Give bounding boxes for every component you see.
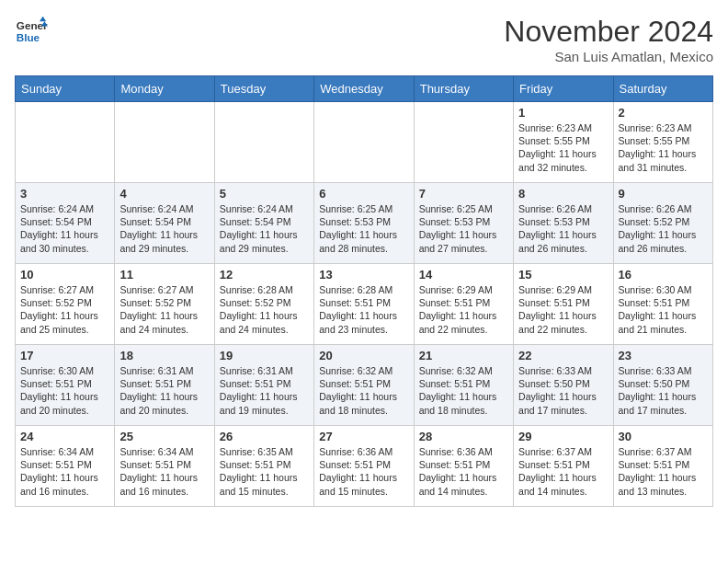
calendar-cell: 20Sunrise: 6:32 AM Sunset: 5:51 PM Dayli… bbox=[314, 345, 414, 426]
day-info: Sunrise: 6:36 AM Sunset: 5:51 PM Dayligh… bbox=[419, 445, 508, 498]
calendar-cell: 11Sunrise: 6:27 AM Sunset: 5:52 PM Dayli… bbox=[115, 264, 214, 345]
calendar-cell bbox=[16, 102, 115, 183]
day-info: Sunrise: 6:36 AM Sunset: 5:51 PM Dayligh… bbox=[319, 445, 408, 498]
day-number: 23 bbox=[619, 349, 708, 362]
calendar-cell: 25Sunrise: 6:34 AM Sunset: 5:51 PM Dayli… bbox=[115, 426, 214, 507]
logo: General Blue bbox=[15, 15, 51, 48]
calendar-cell: 29Sunrise: 6:37 AM Sunset: 5:51 PM Dayli… bbox=[514, 426, 613, 507]
day-info: Sunrise: 6:24 AM Sunset: 5:54 PM Dayligh… bbox=[220, 202, 309, 255]
day-number: 16 bbox=[619, 268, 708, 282]
location: San Luis Amatlan, Mexico bbox=[504, 49, 713, 64]
day-info: Sunrise: 6:32 AM Sunset: 5:51 PM Dayligh… bbox=[419, 364, 508, 417]
page-header: General Blue November 2024 San Luis Amat… bbox=[15, 15, 713, 64]
day-info: Sunrise: 6:31 AM Sunset: 5:51 PM Dayligh… bbox=[119, 364, 209, 417]
calendar-cell: 22Sunrise: 6:33 AM Sunset: 5:50 PM Dayli… bbox=[514, 345, 613, 426]
day-info: Sunrise: 6:29 AM Sunset: 5:51 PM Dayligh… bbox=[518, 283, 608, 336]
calendar-cell: 26Sunrise: 6:35 AM Sunset: 5:51 PM Dayli… bbox=[214, 426, 313, 507]
day-info: Sunrise: 6:26 AM Sunset: 5:52 PM Dayligh… bbox=[619, 202, 708, 255]
day-info: Sunrise: 6:34 AM Sunset: 5:51 PM Dayligh… bbox=[119, 445, 209, 498]
day-number: 8 bbox=[518, 187, 608, 201]
calendar-cell: 28Sunrise: 6:36 AM Sunset: 5:51 PM Dayli… bbox=[414, 426, 513, 507]
day-info: Sunrise: 6:24 AM Sunset: 5:54 PM Dayligh… bbox=[119, 202, 209, 255]
day-number: 3 bbox=[20, 187, 109, 201]
day-number: 9 bbox=[619, 187, 708, 201]
day-number: 11 bbox=[119, 268, 209, 282]
day-number: 27 bbox=[319, 430, 408, 443]
logo-icon: General Blue bbox=[15, 15, 48, 48]
day-info: Sunrise: 6:26 AM Sunset: 5:53 PM Dayligh… bbox=[518, 202, 608, 255]
calendar-cell: 8Sunrise: 6:26 AM Sunset: 5:53 PM Daylig… bbox=[514, 183, 613, 264]
day-number: 12 bbox=[220, 268, 309, 282]
calendar-cell: 17Sunrise: 6:30 AM Sunset: 5:51 PM Dayli… bbox=[16, 345, 115, 426]
day-info: Sunrise: 6:28 AM Sunset: 5:52 PM Dayligh… bbox=[220, 283, 309, 336]
day-number: 28 bbox=[419, 430, 508, 443]
calendar-table: SundayMondayTuesdayWednesdayThursdayFrid… bbox=[15, 75, 713, 507]
day-info: Sunrise: 6:30 AM Sunset: 5:51 PM Dayligh… bbox=[20, 364, 109, 417]
calendar-cell: 2Sunrise: 6:23 AM Sunset: 5:55 PM Daylig… bbox=[613, 102, 712, 183]
day-number: 4 bbox=[119, 187, 209, 201]
day-number: 14 bbox=[419, 268, 508, 282]
calendar-cell bbox=[414, 102, 513, 183]
calendar-cell: 23Sunrise: 6:33 AM Sunset: 5:50 PM Dayli… bbox=[613, 345, 712, 426]
day-info: Sunrise: 6:23 AM Sunset: 5:55 PM Dayligh… bbox=[619, 121, 708, 174]
calendar-cell: 9Sunrise: 6:26 AM Sunset: 5:52 PM Daylig… bbox=[613, 183, 712, 264]
day-info: Sunrise: 6:28 AM Sunset: 5:51 PM Dayligh… bbox=[319, 283, 408, 336]
calendar-cell: 4Sunrise: 6:24 AM Sunset: 5:54 PM Daylig… bbox=[115, 183, 214, 264]
calendar-cell bbox=[314, 102, 414, 183]
day-info: Sunrise: 6:29 AM Sunset: 5:51 PM Dayligh… bbox=[419, 283, 508, 336]
month-title: November 2024 bbox=[504, 15, 713, 49]
day-number: 6 bbox=[319, 187, 408, 201]
day-number: 5 bbox=[220, 187, 309, 201]
day-info: Sunrise: 6:27 AM Sunset: 5:52 PM Dayligh… bbox=[119, 283, 209, 336]
day-info: Sunrise: 6:37 AM Sunset: 5:51 PM Dayligh… bbox=[619, 445, 708, 498]
day-number: 2 bbox=[619, 106, 708, 120]
day-info: Sunrise: 6:24 AM Sunset: 5:54 PM Dayligh… bbox=[20, 202, 109, 255]
calendar-cell: 19Sunrise: 6:31 AM Sunset: 5:51 PM Dayli… bbox=[214, 345, 313, 426]
day-info: Sunrise: 6:27 AM Sunset: 5:52 PM Dayligh… bbox=[20, 283, 109, 336]
day-info: Sunrise: 6:33 AM Sunset: 5:50 PM Dayligh… bbox=[619, 364, 708, 417]
day-number: 17 bbox=[20, 349, 109, 362]
day-number: 20 bbox=[319, 349, 408, 362]
day-number: 29 bbox=[518, 430, 608, 443]
week-row-3: 10Sunrise: 6:27 AM Sunset: 5:52 PM Dayli… bbox=[16, 264, 713, 345]
calendar-cell: 12Sunrise: 6:28 AM Sunset: 5:52 PM Dayli… bbox=[214, 264, 313, 345]
day-info: Sunrise: 6:31 AM Sunset: 5:51 PM Dayligh… bbox=[220, 364, 309, 417]
day-number: 25 bbox=[119, 430, 209, 443]
day-info: Sunrise: 6:35 AM Sunset: 5:51 PM Dayligh… bbox=[220, 445, 309, 498]
weekday-header-saturday: Saturday bbox=[613, 76, 712, 102]
calendar-cell: 21Sunrise: 6:32 AM Sunset: 5:51 PM Dayli… bbox=[414, 345, 513, 426]
day-number: 10 bbox=[20, 268, 109, 282]
day-number: 13 bbox=[319, 268, 408, 282]
calendar-cell: 18Sunrise: 6:31 AM Sunset: 5:51 PM Dayli… bbox=[115, 345, 214, 426]
day-info: Sunrise: 6:25 AM Sunset: 5:53 PM Dayligh… bbox=[419, 202, 508, 255]
calendar-cell: 16Sunrise: 6:30 AM Sunset: 5:51 PM Dayli… bbox=[613, 264, 712, 345]
calendar-cell: 7Sunrise: 6:25 AM Sunset: 5:53 PM Daylig… bbox=[414, 183, 513, 264]
calendar-cell: 24Sunrise: 6:34 AM Sunset: 5:51 PM Dayli… bbox=[16, 426, 115, 507]
calendar-cell: 6Sunrise: 6:25 AM Sunset: 5:53 PM Daylig… bbox=[314, 183, 414, 264]
title-area: November 2024 San Luis Amatlan, Mexico bbox=[504, 15, 713, 64]
day-info: Sunrise: 6:25 AM Sunset: 5:53 PM Dayligh… bbox=[319, 202, 408, 255]
day-number: 19 bbox=[220, 349, 309, 362]
weekday-header-friday: Friday bbox=[514, 76, 613, 102]
day-info: Sunrise: 6:23 AM Sunset: 5:55 PM Dayligh… bbox=[518, 121, 608, 174]
week-row-5: 24Sunrise: 6:34 AM Sunset: 5:51 PM Dayli… bbox=[16, 426, 713, 507]
svg-text:Blue: Blue bbox=[17, 31, 40, 43]
day-number: 18 bbox=[119, 349, 209, 362]
calendar-cell bbox=[214, 102, 313, 183]
day-info: Sunrise: 6:32 AM Sunset: 5:51 PM Dayligh… bbox=[319, 364, 408, 417]
weekday-header-sunday: Sunday bbox=[16, 76, 115, 102]
day-info: Sunrise: 6:37 AM Sunset: 5:51 PM Dayligh… bbox=[518, 445, 608, 498]
calendar-cell: 14Sunrise: 6:29 AM Sunset: 5:51 PM Dayli… bbox=[414, 264, 513, 345]
calendar-cell: 30Sunrise: 6:37 AM Sunset: 5:51 PM Dayli… bbox=[613, 426, 712, 507]
day-info: Sunrise: 6:34 AM Sunset: 5:51 PM Dayligh… bbox=[20, 445, 109, 498]
weekday-header-tuesday: Tuesday bbox=[214, 76, 313, 102]
day-number: 30 bbox=[619, 430, 708, 443]
week-row-4: 17Sunrise: 6:30 AM Sunset: 5:51 PM Dayli… bbox=[16, 345, 713, 426]
calendar-cell: 13Sunrise: 6:28 AM Sunset: 5:51 PM Dayli… bbox=[314, 264, 414, 345]
day-number: 7 bbox=[419, 187, 508, 201]
day-info: Sunrise: 6:30 AM Sunset: 5:51 PM Dayligh… bbox=[619, 283, 708, 336]
weekday-header-wednesday: Wednesday bbox=[314, 76, 414, 102]
calendar-cell: 27Sunrise: 6:36 AM Sunset: 5:51 PM Dayli… bbox=[314, 426, 414, 507]
calendar-cell: 1Sunrise: 6:23 AM Sunset: 5:55 PM Daylig… bbox=[514, 102, 613, 183]
day-info: Sunrise: 6:33 AM Sunset: 5:50 PM Dayligh… bbox=[518, 364, 608, 417]
